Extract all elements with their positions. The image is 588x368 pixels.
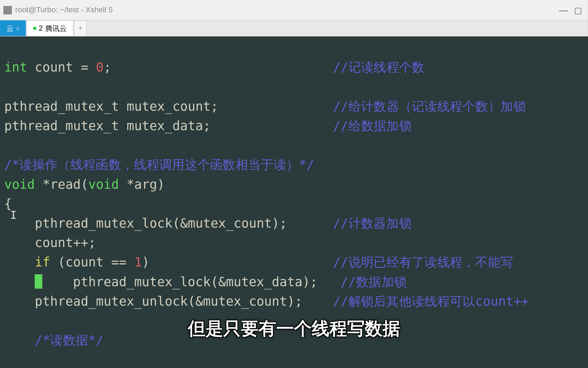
window-titlebar: root@Turbo: ~/test - Xshell 5 — ▢	[0, 0, 588, 20]
code-keyword: int	[4, 60, 27, 75]
tab-bar: 云 × 2 腾讯云 +	[0, 20, 588, 36]
status-dot-icon	[33, 27, 36, 30]
app-icon	[3, 6, 12, 14]
text-caret-icon: I	[10, 205, 17, 225]
maximize-button[interactable]: ▢	[572, 5, 585, 15]
minimize-button[interactable]: —	[557, 5, 570, 15]
video-subtitle: 但是只要有一个线程写数据	[188, 317, 400, 341]
tab-tencent-cloud[interactable]: 2 腾讯云	[27, 20, 73, 36]
terminal-cursor	[35, 274, 42, 289]
tab-cloud-1[interactable]: 云 ×	[0, 20, 26, 36]
window-title: root@Turbo: ~/test - Xshell 5	[15, 5, 113, 14]
close-icon[interactable]: ×	[16, 25, 19, 32]
code-comment: //记读线程个数	[333, 60, 425, 75]
window-controls: — ▢	[557, 5, 585, 15]
new-tab-button[interactable]: +	[74, 20, 87, 36]
